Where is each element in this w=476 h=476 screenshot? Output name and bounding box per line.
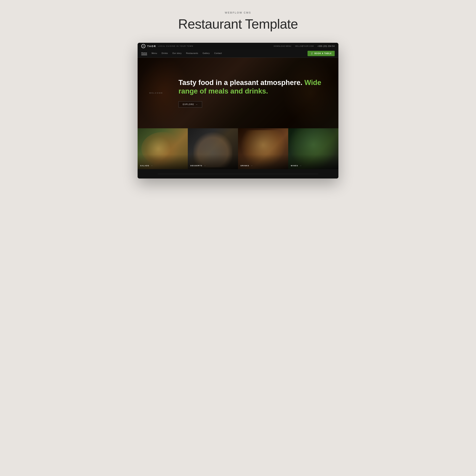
bottom-strip bbox=[137, 169, 339, 178]
brand-area: TAOR LOCAL CUISINE IN YOUR TOWN bbox=[141, 44, 193, 48]
hero-left-panel: WELCOME bbox=[137, 92, 175, 94]
food-label-desserts: DESSERTS bbox=[190, 165, 203, 167]
brand-logo-icon bbox=[141, 44, 145, 48]
food-arrow-salads: → bbox=[151, 165, 153, 167]
brand-tagline: LOCAL CUISINE IN YOUR TOWN bbox=[158, 45, 193, 47]
explore-button[interactable]: EXPLORE → bbox=[178, 101, 202, 107]
food-cell-drinks[interactable]: DRINKS → bbox=[238, 128, 288, 169]
restaurant-site: TAOR LOCAL CUISINE IN YOUR TOWN DOWNLOAD… bbox=[137, 43, 339, 178]
browser-mockup: TAOR LOCAL CUISINE IN YOUR TOWN DOWNLOAD… bbox=[137, 43, 339, 178]
nav-our-story[interactable]: Our story bbox=[172, 52, 182, 55]
top-label: WEBFLOW CMS bbox=[225, 11, 251, 14]
brand-name: TAOR bbox=[147, 45, 156, 48]
food-arrow-wines: → bbox=[300, 165, 302, 167]
nav-restaurants[interactable]: Restaurants bbox=[186, 52, 198, 55]
top-bar-right: DOWNLOAD MENU hello@taor.com +555 (23) 2… bbox=[274, 45, 335, 47]
hero-content: WELCOME Tasty food in a pleasant atmosph… bbox=[137, 58, 339, 128]
hero-headline-white: Tasty food in a pleasant atmosphere. bbox=[178, 79, 304, 86]
nav-menu[interactable]: Menu bbox=[152, 52, 157, 55]
food-label-wines: WINES bbox=[291, 165, 298, 167]
phone-number: +555 (23) 234 54 bbox=[318, 45, 335, 47]
page-wrapper: WEBFLOW CMS Restaurant Template TAOR LOC… bbox=[137, 11, 339, 178]
cutlery-icon: 🍴 bbox=[310, 52, 313, 55]
food-arrow-desserts: → bbox=[204, 165, 206, 167]
nav-bar: Home Menu Drinks Our story Restaurants G… bbox=[137, 50, 339, 58]
food-arrow-drinks: → bbox=[251, 165, 253, 167]
hero-headline: Tasty food in a pleasant atmosphere. Wid… bbox=[178, 78, 335, 95]
nav-contact[interactable]: Contact bbox=[214, 52, 222, 55]
hero-center-panel: Tasty food in a pleasant atmosphere. Wid… bbox=[175, 78, 339, 107]
nav-gallery[interactable]: Gallery bbox=[203, 52, 210, 55]
top-bar: TAOR LOCAL CUISINE IN YOUR TOWN DOWNLOAD… bbox=[137, 43, 339, 50]
nav-home[interactable]: Home bbox=[141, 52, 147, 55]
download-menu-link[interactable]: DOWNLOAD MENU bbox=[274, 45, 291, 47]
hero-section: WELCOME Tasty food in a pleasant atmosph… bbox=[137, 58, 339, 128]
email-link[interactable]: hello@taor.com bbox=[295, 45, 314, 47]
main-title: Restaurant Template bbox=[178, 16, 298, 32]
welcome-label: WELCOME bbox=[149, 92, 163, 94]
food-grid: SALADS → DESSERTS → DRINKS → bbox=[137, 128, 339, 169]
food-cell-wines[interactable]: WINES → bbox=[288, 128, 339, 169]
book-table-button[interactable]: 🍴 BOOK A TABLE bbox=[307, 51, 335, 56]
food-label-salads: SALADS bbox=[140, 165, 149, 167]
food-cell-salads[interactable]: SALADS → bbox=[137, 128, 188, 169]
nav-links: Home Menu Drinks Our story Restaurants G… bbox=[141, 52, 222, 55]
food-label-drinks: DRINKS bbox=[241, 165, 249, 167]
nav-drinks[interactable]: Drinks bbox=[162, 52, 168, 55]
food-cell-desserts[interactable]: DESSERTS → bbox=[188, 128, 238, 169]
arrow-icon: → bbox=[196, 103, 198, 105]
